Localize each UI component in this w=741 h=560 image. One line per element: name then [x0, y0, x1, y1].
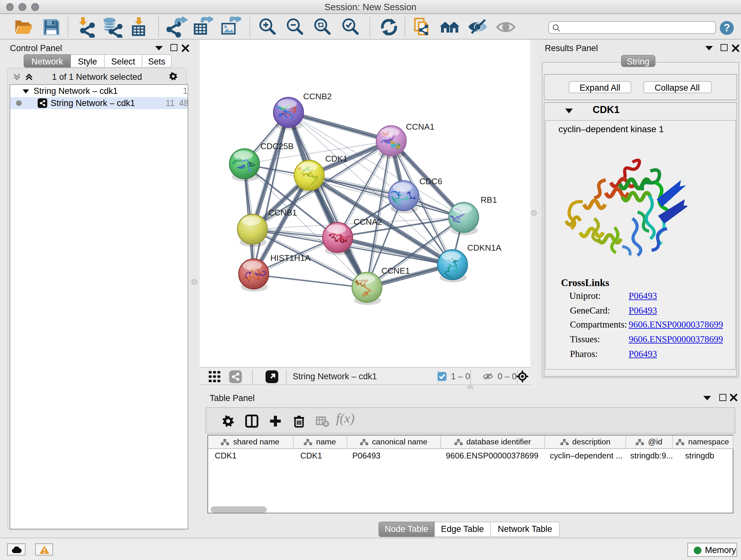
svg-text:CDK1: CDK1	[325, 154, 347, 164]
svg-text:RB1: RB1	[480, 195, 496, 205]
svg-text:CCNB2: CCNB2	[303, 91, 331, 101]
svg-text:CCNE1: CCNE1	[381, 266, 409, 275]
svg-text:HIST1H1A: HIST1H1A	[270, 253, 311, 263]
svg-text:CDKN1A: CDKN1A	[467, 243, 501, 253]
svg-text:CCNA1: CCNA1	[406, 122, 434, 132]
svg-text:CCNB1: CCNB1	[268, 208, 296, 217]
svg-text:CCNA2: CCNA2	[353, 217, 382, 227]
svg-text:CDC25B: CDC25B	[260, 141, 293, 151]
svg-text:CDC6: CDC6	[419, 177, 442, 186]
svg-text:?: ?	[724, 22, 730, 33]
